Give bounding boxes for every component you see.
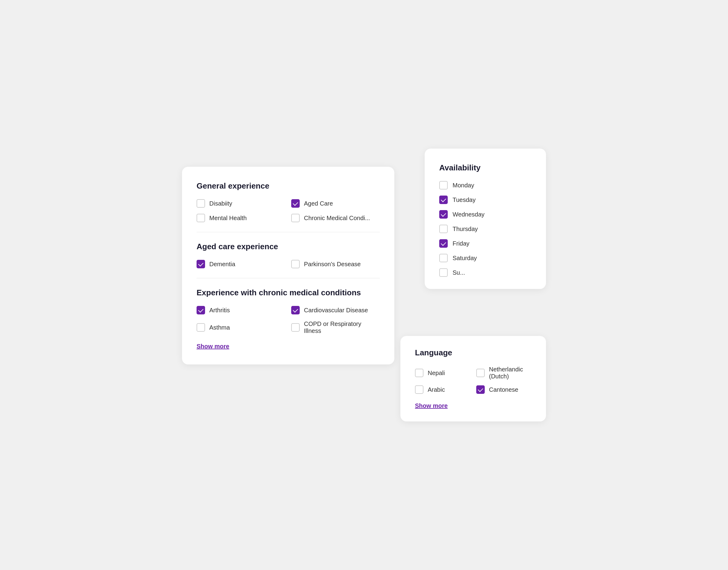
checkbox-chronic-medical-label: Chronic Medical Condi... <box>304 215 370 222</box>
left-card: General experience Disabiity Aged Care M… <box>182 167 394 364</box>
avail-wednesday-box[interactable] <box>439 210 448 219</box>
avail-monday[interactable]: Monday <box>439 181 531 190</box>
language-title: Language <box>415 348 531 357</box>
avail-tuesday-box[interactable] <box>439 196 448 204</box>
chronic-conditions-grid: Arthritis Cardiovascular Disease Asthma … <box>197 306 380 334</box>
checkbox-parkinsons-label: Parkinson's Desease <box>304 261 361 268</box>
avail-friday-label: Friday <box>453 240 470 247</box>
checkbox-chronic-medical-box[interactable] <box>291 214 300 222</box>
checkbox-cardiovascular-box[interactable] <box>291 306 300 314</box>
checkbox-cantonese-label: Cantonese <box>489 386 518 393</box>
avail-monday-label: Monday <box>453 182 474 189</box>
checkbox-arthritis-box[interactable] <box>197 306 205 314</box>
checkbox-nepali-box[interactable] <box>415 369 424 377</box>
checkbox-copd-box[interactable] <box>291 323 300 332</box>
avail-tuesday-label: Tuesday <box>453 197 476 204</box>
avail-tuesday[interactable]: Tuesday <box>439 196 531 204</box>
checkbox-arabic-box[interactable] <box>415 385 424 394</box>
checkbox-asthma[interactable]: Asthma <box>197 320 285 334</box>
checkbox-dementia[interactable]: Dementia <box>197 260 285 268</box>
avail-thursday[interactable]: Thursday <box>439 225 531 233</box>
chronic-conditions-title: Experience with chronic medical conditio… <box>197 288 380 297</box>
avail-wednesday[interactable]: Wednesday <box>439 210 531 219</box>
avail-thursday-box[interactable] <box>439 225 448 233</box>
avail-sunday[interactable]: Su... <box>439 268 531 277</box>
checkbox-mental-health-label: Mental Health <box>209 215 247 222</box>
avail-wednesday-label: Wednesday <box>453 211 484 218</box>
checkbox-disabiity[interactable]: Disabiity <box>197 199 285 208</box>
language-show-more[interactable]: Show more <box>415 402 448 409</box>
checkbox-parkinsons[interactable]: Parkinson's Desease <box>291 260 380 268</box>
checkbox-copd-label: COPD or Respiratory Illness <box>304 320 380 334</box>
aged-care-title: Aged care experience <box>197 242 380 251</box>
checkbox-cantonese[interactable]: Cantonese <box>476 385 531 394</box>
divider-2 <box>197 278 380 278</box>
checkbox-copd[interactable]: COPD or Respiratory Illness <box>291 320 380 334</box>
avail-sunday-label: Su... <box>453 269 465 276</box>
checkbox-cantonese-box[interactable] <box>476 385 485 394</box>
availability-list: Monday Tuesday Wednesday Thursday Friday… <box>439 181 531 277</box>
left-show-more[interactable]: Show more <box>197 343 229 350</box>
checkbox-aged-care-label: Aged Care <box>304 200 333 207</box>
avail-monday-box[interactable] <box>439 181 448 190</box>
checkbox-dutch-box[interactable] <box>476 369 485 377</box>
general-experience-title: General experience <box>197 181 380 191</box>
checkbox-disabiity-box[interactable] <box>197 199 205 208</box>
avail-friday-box[interactable] <box>439 239 448 248</box>
checkbox-mental-health-box[interactable] <box>197 214 205 222</box>
checkbox-disabiity-label: Disabiity <box>209 200 232 207</box>
availability-card: Availability Monday Tuesday Wednesday Th… <box>425 149 546 289</box>
avail-saturday-label: Saturday <box>453 255 477 262</box>
checkbox-cardiovascular-label: Cardiovascular Disease <box>304 307 368 314</box>
checkbox-dementia-box[interactable] <box>197 260 205 268</box>
availability-title: Availability <box>439 163 531 173</box>
avail-thursday-label: Thursday <box>453 226 478 233</box>
language-card: Language Nepali Netherlandic (Dutch) Ara… <box>401 336 546 421</box>
checkbox-arthritis[interactable]: Arthritis <box>197 306 285 314</box>
checkbox-aged-care-box[interactable] <box>291 199 300 208</box>
checkbox-nepali-label: Nepali <box>428 369 445 376</box>
checkbox-arthritis-label: Arthritis <box>209 307 230 314</box>
checkbox-aged-care[interactable]: Aged Care <box>291 199 380 208</box>
avail-saturday[interactable]: Saturday <box>439 254 531 262</box>
general-experience-section: General experience Disabiity Aged Care M… <box>197 181 380 222</box>
avail-sunday-box[interactable] <box>439 268 448 277</box>
checkbox-dutch[interactable]: Netherlandic (Dutch) <box>476 366 531 380</box>
checkbox-chronic-medical[interactable]: Chronic Medical Condi... <box>291 214 380 222</box>
scene: General experience Disabiity Aged Care M… <box>182 149 546 421</box>
checkbox-arabic-label: Arabic <box>428 386 445 393</box>
checkbox-cardiovascular[interactable]: Cardiovascular Disease <box>291 306 380 314</box>
checkbox-nepali[interactable]: Nepali <box>415 366 470 380</box>
checkbox-asthma-label: Asthma <box>209 324 230 331</box>
aged-care-grid: Dementia Parkinson's Desease <box>197 260 380 268</box>
avail-saturday-box[interactable] <box>439 254 448 262</box>
checkbox-parkinsons-box[interactable] <box>291 260 300 268</box>
checkbox-dutch-label: Netherlandic (Dutch) <box>489 366 531 380</box>
chronic-conditions-section: Experience with chronic medical conditio… <box>197 288 380 350</box>
divider-1 <box>197 232 380 232</box>
checkbox-mental-health[interactable]: Mental Health <box>197 214 285 222</box>
checkbox-dementia-label: Dementia <box>209 261 235 268</box>
avail-friday[interactable]: Friday <box>439 239 531 248</box>
general-experience-grid: Disabiity Aged Care Mental Health Chroni… <box>197 199 380 222</box>
aged-care-section: Aged care experience Dementia Parkinson'… <box>197 242 380 268</box>
checkbox-arabic[interactable]: Arabic <box>415 385 470 394</box>
checkbox-asthma-box[interactable] <box>197 323 205 332</box>
language-grid: Nepali Netherlandic (Dutch) Arabic Canto… <box>415 366 531 394</box>
